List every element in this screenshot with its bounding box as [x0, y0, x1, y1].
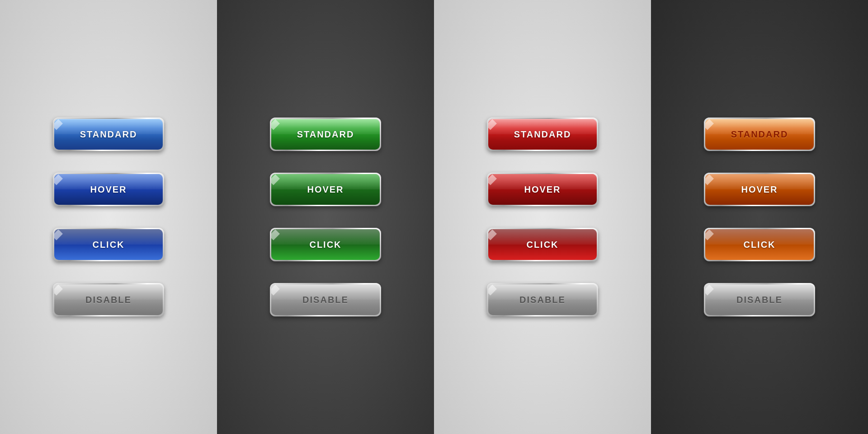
orange-hover-wrapper: HOVER	[704, 173, 815, 206]
red-click-label: CLICK	[526, 240, 558, 250]
orange-standard-label: STANDARD	[731, 129, 788, 140]
orange-hover-button[interactable]: HOVER	[705, 174, 814, 205]
red-disable-button: DISABLE	[488, 284, 597, 315]
green-hover-button[interactable]: HOVER	[271, 174, 380, 205]
green-standard-wrapper: STANDARD	[270, 118, 381, 151]
panel-red-light: STANDARD HOVER CLICK DISABLE	[434, 0, 651, 434]
green-hover-label: HOVER	[307, 184, 344, 195]
orange-standard-button[interactable]: STANDARD	[705, 119, 814, 150]
blue-disable-label: DISABLE	[85, 295, 132, 305]
blue-hover-label: HOVER	[90, 184, 127, 195]
green-click-wrapper: CLICK	[270, 228, 381, 261]
panel-blue-light: STANDARD HOVER CLICK DISABLE	[0, 0, 217, 434]
orange-disable-wrapper: DISABLE	[704, 283, 815, 316]
green-disable-button: DISABLE	[271, 284, 380, 315]
red-click-wrapper: CLICK	[487, 228, 598, 261]
green-click-button[interactable]: CLICK	[271, 229, 380, 260]
blue-standard-label: STANDARD	[80, 129, 137, 140]
red-hover-wrapper: HOVER	[487, 173, 598, 206]
blue-click-button[interactable]: CLICK	[54, 229, 163, 260]
green-click-label: CLICK	[309, 240, 341, 250]
blue-standard-wrapper: STANDARD	[53, 118, 164, 151]
orange-standard-wrapper: STANDARD	[704, 118, 815, 151]
red-click-button[interactable]: CLICK	[488, 229, 597, 260]
orange-click-button[interactable]: CLICK	[705, 229, 814, 260]
red-hover-button[interactable]: HOVER	[488, 174, 597, 205]
blue-standard-button[interactable]: STANDARD	[54, 119, 163, 150]
orange-click-wrapper: CLICK	[704, 228, 815, 261]
green-disable-wrapper: DISABLE	[270, 283, 381, 316]
orange-hover-label: HOVER	[741, 184, 778, 195]
green-standard-button[interactable]: STANDARD	[271, 119, 380, 150]
orange-click-label: CLICK	[743, 240, 775, 250]
green-standard-label: STANDARD	[297, 129, 354, 140]
panel-green-dark: STANDARD HOVER CLICK DISABLE	[217, 0, 434, 434]
blue-disable-wrapper: DISABLE	[53, 283, 164, 316]
red-disable-label: DISABLE	[519, 295, 566, 305]
blue-hover-wrapper: HOVER	[53, 173, 164, 206]
red-standard-button[interactable]: STANDARD	[488, 119, 597, 150]
red-standard-label: STANDARD	[514, 129, 571, 140]
green-disable-label: DISABLE	[302, 295, 349, 305]
blue-click-label: CLICK	[92, 240, 124, 250]
panel-orange-dark: STANDARD HOVER CLICK DISABLE	[651, 0, 868, 434]
green-hover-wrapper: HOVER	[270, 173, 381, 206]
red-hover-label: HOVER	[524, 184, 561, 195]
orange-disable-label: DISABLE	[736, 295, 783, 305]
blue-disable-button: DISABLE	[54, 284, 163, 315]
blue-click-wrapper: CLICK	[53, 228, 164, 261]
orange-disable-button: DISABLE	[705, 284, 814, 315]
red-disable-wrapper: DISABLE	[487, 283, 598, 316]
red-standard-wrapper: STANDARD	[487, 118, 598, 151]
blue-hover-button[interactable]: HOVER	[54, 174, 163, 205]
